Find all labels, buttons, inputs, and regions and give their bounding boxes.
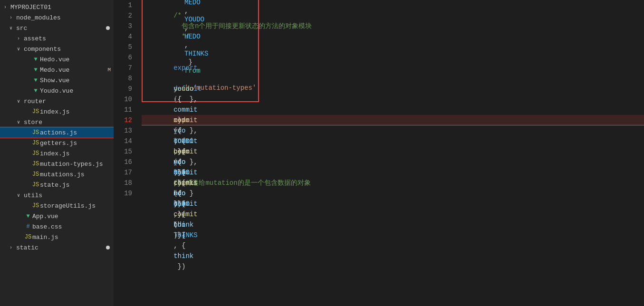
sidebar-item-getters[interactable]: › JS getters.js <box>0 138 114 148</box>
hedo-vue-label: Hedo.vue <box>40 56 114 63</box>
getters-label: getters.js <box>40 140 114 147</box>
file-explorer: › MYPROJECT01 › node_modules ∨ src › ass… <box>0 0 114 306</box>
sidebar-item-youdo-vue[interactable]: › ▼ Youdo.vue <box>0 86 114 96</box>
code-line-5 <box>142 42 644 52</box>
vue-icon: ▼ <box>24 213 32 220</box>
line-num-4: 4 <box>120 31 132 42</box>
vue-icon: ▼ <box>31 67 40 73</box>
actions-label: actions.js <box>40 129 114 136</box>
line-num-2: 2 <box>120 10 132 21</box>
code-line-19: } <box>142 188 644 199</box>
sidebar-item-app-vue[interactable]: › ▼ App.vue <box>0 211 114 221</box>
assets-label: assets <box>24 35 114 42</box>
utils-label: utils <box>24 192 114 199</box>
code-editor[interactable]: 1 2 3 4 5 6 7 8 9 10 11 12 13 14 15 16 1… <box>114 0 644 306</box>
line-num-13: 13 <box>120 125 132 136</box>
sidebar-item-router[interactable]: ∨ router <box>0 96 114 106</box>
line-num-12: 12 <box>120 115 132 125</box>
sidebar-item-store[interactable]: ∨ store <box>0 117 114 127</box>
sidebar-item-router-index[interactable]: › JS index.js <box>0 106 114 117</box>
commit-call: commit <box>173 210 197 218</box>
code-line-13: hedo ({ commit }, hdo ) { <box>142 125 644 136</box>
code-line-9: }, <box>142 84 644 94</box>
line-numbers: 1 2 3 4 5 6 7 8 9 10 11 12 13 14 15 16 1… <box>114 0 138 306</box>
src-modified-dot <box>106 26 110 30</box>
line-num-18: 18 <box>120 178 132 188</box>
sidebar-item-node-modules[interactable]: › node_modules <box>0 12 114 23</box>
base-css-label: base.css <box>32 223 114 230</box>
src-arrow: ∨ <box>10 25 16 31</box>
state-label: state.js <box>40 182 114 189</box>
router-arrow: ∨ <box>17 98 24 104</box>
js-icon: JS <box>31 150 40 157</box>
sidebar-item-assets[interactable]: › assets <box>0 33 114 44</box>
mutations-label: mutations.js <box>40 171 114 178</box>
js-icon: JS <box>31 182 40 188</box>
sidebar-item-storage-utils[interactable]: › JS storageUtils.js <box>0 201 114 211</box>
medo-vue-label: Medo.vue <box>40 67 107 74</box>
js-icon: JS <box>31 140 40 146</box>
project-label: MYPROJECT01 <box>10 4 114 11</box>
sidebar-item-src[interactable]: ∨ src <box>0 23 114 33</box>
line-num-1: 1 <box>120 0 132 10</box>
code-line-4: import { MEDO , YOUDO , HEDO , THINKS } … <box>142 31 644 42</box>
sidebar-item-static[interactable]: › static <box>0 242 114 253</box>
sidebar-item-state[interactable]: › JS state.js <box>0 180 114 190</box>
assets-arrow: › <box>17 36 24 41</box>
code-line-14: | commit ( HEDO , { hdo }) <box>142 136 644 146</box>
const-medo: MEDO <box>184 0 201 6</box>
js-icon: JS <box>31 108 40 115</box>
js-icon: JS <box>31 171 40 178</box>
line-num-16: 16 <box>120 157 132 167</box>
sidebar-item-show-vue[interactable]: › ▼ Show.vue <box>0 75 114 86</box>
line-num-7: 7 <box>120 63 132 73</box>
line-num-17: 17 <box>120 167 132 178</box>
const-youdo: YOUDO <box>184 16 204 23</box>
sidebar-item-mutation-types[interactable]: › JS mutation-types.js <box>0 159 114 169</box>
line-num-10: 10 <box>120 94 132 105</box>
project-root[interactable]: › MYPROJECT01 <box>0 2 114 12</box>
code-line-18: } <box>142 178 644 188</box>
src-label: src <box>16 25 106 32</box>
code-line-17: | commit ( THINKS , { think }) <box>142 167 644 178</box>
sidebar-item-components[interactable]: ∨ components <box>0 44 114 54</box>
main-js-label: main.js <box>32 234 114 241</box>
components-arrow: ∨ <box>17 46 24 52</box>
sidebar-item-base-css[interactable]: › # base.css <box>0 221 114 232</box>
show-vue-label: Show.vue <box>40 77 114 84</box>
code-line-8: | commit ( YOUDO , { ydo }) // 传递给mutati… <box>142 73 644 84</box>
sidebar-item-main-js[interactable]: › JS main.js <box>0 232 114 242</box>
js-icon: JS <box>31 202 40 209</box>
sidebar-item-medo-vue[interactable]: › ▼ Medo.vue M <box>0 65 114 75</box>
code-line-7: youdo ({ commit }, ydo ) { <box>142 63 644 73</box>
store-arrow: ∨ <box>17 119 24 125</box>
code-content[interactable]: /* 包含n个用于间接更新状态的方法的对象模块 */ import { MEDO… <box>138 0 644 306</box>
line-num-5: 5 <box>120 42 132 52</box>
static-modified-dot <box>106 246 110 249</box>
vue-icon: ▼ <box>31 77 40 84</box>
sidebar-item-utils[interactable]: ∨ utils <box>0 190 114 201</box>
store-label: store <box>24 119 114 126</box>
line-num-8: 8 <box>120 73 132 84</box>
mutation-types-label: mutation-types.js <box>40 161 114 168</box>
storage-utils-label: storageUtils.js <box>40 202 114 210</box>
sidebar-item-store-index[interactable]: › JS index.js <box>0 148 114 159</box>
project-arrow: › <box>4 5 10 10</box>
app-vue-label: App.vue <box>32 213 114 220</box>
sidebar-item-actions[interactable]: › JS actions.js <box>0 127 114 138</box>
sidebar-item-hedo-vue[interactable]: › ▼ Hedo.vue <box>0 54 114 65</box>
line-num-3: 3 <box>120 21 132 31</box>
const-hedo: HEDO <box>184 33 201 40</box>
code-line-12: }, <box>142 115 644 125</box>
vue-icon: ▼ <box>31 56 40 63</box>
js-icon: JS <box>31 161 40 167</box>
css-icon: # <box>24 223 32 230</box>
youdo-vue-label: Youdo.vue <box>40 87 114 95</box>
router-index-label: index.js <box>40 108 114 115</box>
vue-icon: ▼ <box>31 87 40 94</box>
static-arrow: › <box>10 245 16 250</box>
utils-arrow: ∨ <box>17 192 24 198</box>
sidebar-item-mutations[interactable]: › JS mutations.js <box>0 169 114 180</box>
code-line-10: medo ({ commit }, mdo ) { <box>142 94 644 105</box>
node-modules-arrow: › <box>10 15 16 20</box>
